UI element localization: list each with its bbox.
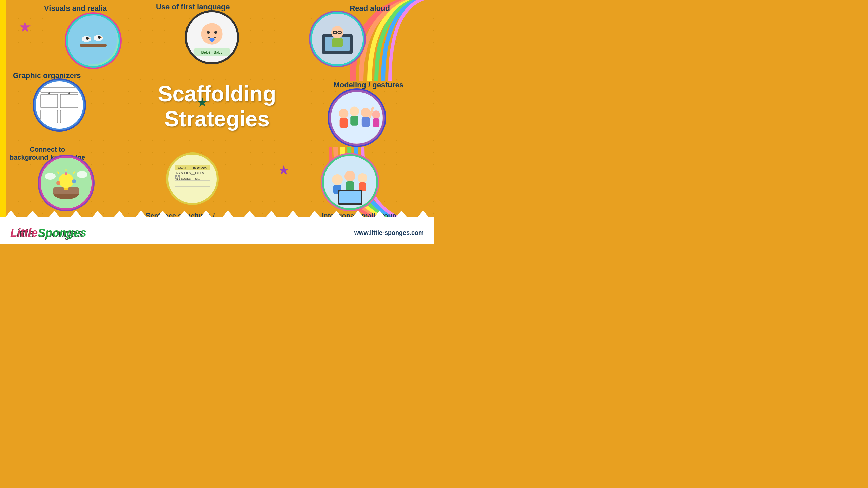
modeling-gestures-circle [329,90,385,146]
svg-point-4 [70,17,117,64]
svg-text:M: M [175,174,180,180]
main-background: ★ ★ ★ ★ [0,0,434,244]
logo-sponges-text: Sponges [38,226,86,239]
svg-rect-30 [37,85,81,125]
svg-text:Bebé - Baby: Bebé - Baby [201,50,223,54]
read-aloud-label: Read aloud [350,4,390,13]
svg-rect-44 [350,116,358,126]
first-language-circle: Bebé - Baby [185,10,239,64]
svg-point-41 [339,109,349,118]
connect-background-circle [39,156,93,210]
svg-point-16 [207,31,210,34]
svg-point-62 [65,172,67,175]
left-stripe [0,0,6,244]
svg-point-61 [72,179,76,183]
svg-rect-80 [339,191,361,203]
svg-rect-26 [332,38,343,47]
svg-rect-54 [64,188,68,190]
svg-rect-46 [362,117,370,127]
svg-point-75 [344,171,355,182]
svg-text:COAT ___ IS WARM.: COAT ___ IS WARM. [178,166,207,169]
sentence-structures-circle: COAT ___ IS WARM. MY SHOES___LACES. MY S… [166,152,219,205]
graphic-organizers-circle [34,80,85,130]
svg-point-12 [98,36,101,39]
svg-point-58 [45,173,56,180]
svg-point-17 [214,31,217,34]
modeling-gestures-label: Modeling / gestures [333,81,403,89]
svg-rect-42 [340,118,348,128]
visuals-realia-circle [66,14,120,68]
logo-website: www.little-sponges.com [354,229,424,237]
star-purple-btm: ★ [278,163,290,178]
svg-rect-5 [80,44,107,47]
svg-point-77 [358,173,367,183]
svg-rect-19 [211,41,213,42]
svg-point-48 [372,110,380,119]
small-group-circle [322,154,378,210]
svg-point-59 [77,171,87,178]
logo-little-text: Little [10,226,38,239]
star-purple-top: ★ [19,19,32,35]
logo-full: Little Sponges [10,226,86,239]
svg-point-53 [59,173,74,188]
svg-rect-76 [346,181,354,191]
read-aloud-circle [310,12,364,66]
svg-point-8 [86,37,89,40]
svg-rect-49 [373,118,379,127]
svg-point-60 [56,181,60,185]
visuals-realia-label: Visuals and realia [44,4,107,13]
svg-text:MY SHOES___LACES.: MY SHOES___LACES. [176,171,205,175]
graphic-organizers-label: Graphic organizers [13,71,81,80]
main-title: Scaffolding Strategies [146,81,288,131]
svg-point-43 [350,106,359,116]
first-language-label: Use of first language [156,3,230,11]
svg-point-73 [332,174,343,185]
